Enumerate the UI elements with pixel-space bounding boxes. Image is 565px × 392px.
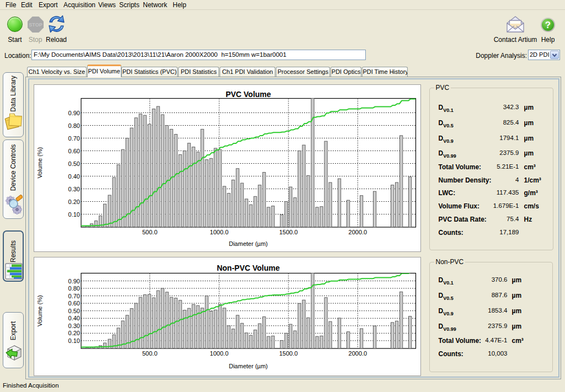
svg-text:0.70: 0.70 [68,135,80,141]
svg-text:Volume (%): Volume (%) [36,295,43,326]
svg-text:0.70: 0.70 [68,292,80,299]
svg-text:0.50: 0.50 [68,160,80,167]
svg-text:0.80: 0.80 [68,285,80,292]
svg-text:0.30: 0.30 [68,185,80,192]
svg-text:0.90: 0.90 [68,277,80,284]
svg-text:0.80: 0.80 [68,122,80,128]
svg-text:0.40: 0.40 [68,173,80,179]
svg-text:2000.0: 2000.0 [349,350,367,357]
svg-text:Diameter (µm): Diameter (µm) [229,240,268,247]
svg-text:?: ? [545,20,551,30]
svg-text:0.60: 0.60 [68,300,80,307]
svg-text:1000.0: 1000.0 [210,350,228,357]
svg-text:0.60: 0.60 [68,147,80,154]
svg-text:0.30: 0.30 [68,322,80,329]
svg-text:0.10: 0.10 [68,337,80,343]
svg-text:Diameter (µm): Diameter (µm) [229,363,268,369]
svg-text:Non-PVC Volume: Non-PVC Volume [217,263,280,272]
svg-text:500.0: 500.0 [142,350,158,357]
svg-text:2000.0: 2000.0 [349,229,367,235]
svg-text:0.50: 0.50 [68,307,80,314]
svg-text:1500.0: 1500.0 [279,350,298,357]
svg-text:0.20: 0.20 [68,330,80,336]
svg-text:500.0: 500.0 [142,229,158,235]
svg-text:0.20: 0.20 [68,198,80,205]
svg-text:1500.0: 1500.0 [279,229,298,235]
svg-text:Volume (%): Volume (%) [36,147,43,178]
svg-text:PVC Volume: PVC Volume [226,90,271,99]
svg-text:1000.0: 1000.0 [210,229,228,235]
svg-text:0.90: 0.90 [68,109,80,116]
svg-text:0.10: 0.10 [68,211,80,217]
svg-text:0.40: 0.40 [68,315,80,321]
